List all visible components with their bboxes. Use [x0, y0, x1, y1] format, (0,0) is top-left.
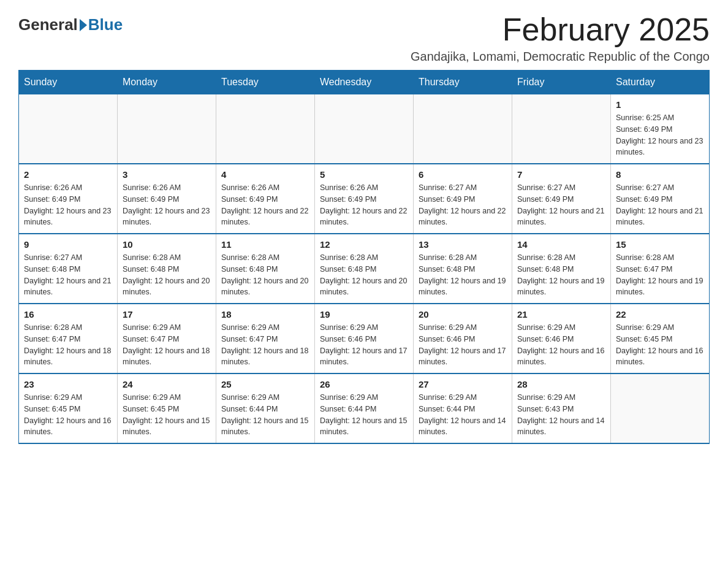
calendar-day-cell [19, 94, 118, 164]
day-info: Sunrise: 6:25 AMSunset: 6:49 PMDaylight:… [616, 112, 704, 158]
calendar-day-cell: 24Sunrise: 6:29 AMSunset: 6:45 PMDayligh… [118, 373, 216, 443]
calendar-day-cell: 8Sunrise: 6:27 AMSunset: 6:49 PMDaylight… [611, 164, 710, 234]
calendar-day-cell: 17Sunrise: 6:29 AMSunset: 6:47 PMDayligh… [118, 304, 216, 373]
day-info: Sunrise: 6:29 AMSunset: 6:45 PMDaylight:… [24, 392, 112, 438]
calendar-day-cell: 15Sunrise: 6:28 AMSunset: 6:47 PMDayligh… [611, 234, 710, 304]
day-info: Sunrise: 6:27 AMSunset: 6:49 PMDaylight:… [517, 182, 605, 228]
calendar-day-cell: 22Sunrise: 6:29 AMSunset: 6:45 PMDayligh… [611, 304, 710, 373]
day-info: Sunrise: 6:28 AMSunset: 6:48 PMDaylight:… [221, 252, 309, 298]
calendar-header-row: SundayMondayTuesdayWednesdayThursdayFrid… [19, 71, 710, 94]
day-header-thursday: Thursday [414, 71, 512, 94]
calendar-day-cell: 7Sunrise: 6:27 AMSunset: 6:49 PMDaylight… [512, 164, 611, 234]
calendar-day-cell: 23Sunrise: 6:29 AMSunset: 6:45 PMDayligh… [19, 373, 118, 443]
day-info: Sunrise: 6:29 AMSunset: 6:46 PMDaylight:… [517, 322, 605, 368]
day-number: 18 [221, 309, 309, 320]
day-number: 1 [616, 99, 704, 110]
day-info: Sunrise: 6:28 AMSunset: 6:47 PMDaylight:… [616, 252, 704, 298]
day-info: Sunrise: 6:29 AMSunset: 6:45 PMDaylight:… [616, 322, 704, 368]
day-header-monday: Monday [118, 71, 216, 94]
month-title: February 2025 [411, 12, 710, 47]
calendar-day-cell [512, 94, 611, 164]
day-info: Sunrise: 6:29 AMSunset: 6:44 PMDaylight:… [221, 392, 309, 438]
day-number: 6 [419, 169, 507, 180]
logo-blue-text: Blue [88, 15, 123, 34]
calendar-day-cell: 12Sunrise: 6:28 AMSunset: 6:48 PMDayligh… [315, 234, 414, 304]
day-number: 12 [320, 239, 408, 250]
day-info: Sunrise: 6:29 AMSunset: 6:46 PMDaylight:… [419, 322, 507, 368]
calendar-week-row: 2Sunrise: 6:26 AMSunset: 6:49 PMDaylight… [19, 164, 710, 234]
calendar-week-row: 23Sunrise: 6:29 AMSunset: 6:45 PMDayligh… [19, 373, 710, 443]
day-info: Sunrise: 6:28 AMSunset: 6:48 PMDaylight:… [123, 252, 211, 298]
day-info: Sunrise: 6:28 AMSunset: 6:48 PMDaylight:… [419, 252, 507, 298]
calendar-day-cell [611, 373, 710, 443]
calendar-day-cell: 18Sunrise: 6:29 AMSunset: 6:47 PMDayligh… [216, 304, 315, 373]
day-number: 26 [320, 379, 408, 389]
calendar-day-cell: 16Sunrise: 6:28 AMSunset: 6:47 PMDayligh… [19, 304, 118, 373]
day-info: Sunrise: 6:27 AMSunset: 6:49 PMDaylight:… [419, 182, 507, 228]
day-number: 19 [320, 309, 408, 320]
day-info: Sunrise: 6:27 AMSunset: 6:48 PMDaylight:… [24, 252, 112, 298]
day-number: 16 [24, 309, 112, 320]
title-section: February 2025 Gandajika, Lomami, Democra… [411, 12, 710, 64]
calendar-day-cell: 19Sunrise: 6:29 AMSunset: 6:46 PMDayligh… [315, 304, 414, 373]
calendar-day-cell: 21Sunrise: 6:29 AMSunset: 6:46 PMDayligh… [512, 304, 611, 373]
calendar-day-cell: 9Sunrise: 6:27 AMSunset: 6:48 PMDaylight… [19, 234, 118, 304]
day-header-friday: Friday [512, 71, 611, 94]
location-subtitle: Gandajika, Lomami, Democratic Republic o… [411, 50, 710, 64]
calendar-day-cell: 14Sunrise: 6:28 AMSunset: 6:48 PMDayligh… [512, 234, 611, 304]
day-info: Sunrise: 6:28 AMSunset: 6:47 PMDaylight:… [24, 322, 112, 368]
logo-arrow-icon [80, 19, 87, 31]
calendar-day-cell: 25Sunrise: 6:29 AMSunset: 6:44 PMDayligh… [216, 373, 315, 443]
calendar-day-cell: 4Sunrise: 6:26 AMSunset: 6:49 PMDaylight… [216, 164, 315, 234]
calendar-day-cell: 20Sunrise: 6:29 AMSunset: 6:46 PMDayligh… [414, 304, 512, 373]
day-header-saturday: Saturday [611, 71, 710, 94]
day-info: Sunrise: 6:28 AMSunset: 6:48 PMDaylight:… [517, 252, 605, 298]
day-number: 20 [419, 309, 507, 320]
calendar-day-cell: 5Sunrise: 6:26 AMSunset: 6:49 PMDaylight… [315, 164, 414, 234]
day-info: Sunrise: 6:29 AMSunset: 6:43 PMDaylight:… [517, 392, 605, 438]
day-number: 27 [419, 379, 507, 389]
calendar-day-cell [414, 94, 512, 164]
day-number: 11 [221, 239, 309, 250]
day-info: Sunrise: 6:28 AMSunset: 6:48 PMDaylight:… [320, 252, 408, 298]
day-info: Sunrise: 6:29 AMSunset: 6:45 PMDaylight:… [123, 392, 211, 438]
calendar-day-cell [118, 94, 216, 164]
day-number: 8 [616, 169, 704, 180]
calendar-table: SundayMondayTuesdayWednesdayThursdayFrid… [18, 70, 710, 444]
day-info: Sunrise: 6:27 AMSunset: 6:49 PMDaylight:… [616, 182, 704, 228]
calendar-day-cell: 11Sunrise: 6:28 AMSunset: 6:48 PMDayligh… [216, 234, 315, 304]
calendar-day-cell: 1Sunrise: 6:25 AMSunset: 6:49 PMDaylight… [611, 94, 710, 164]
day-header-sunday: Sunday [19, 71, 118, 94]
calendar-day-cell: 28Sunrise: 6:29 AMSunset: 6:43 PMDayligh… [512, 373, 611, 443]
day-number: 5 [320, 169, 408, 180]
day-info: Sunrise: 6:26 AMSunset: 6:49 PMDaylight:… [24, 182, 112, 228]
day-info: Sunrise: 6:29 AMSunset: 6:46 PMDaylight:… [320, 322, 408, 368]
calendar-day-cell: 10Sunrise: 6:28 AMSunset: 6:48 PMDayligh… [118, 234, 216, 304]
day-header-tuesday: Tuesday [216, 71, 315, 94]
logo-general-text: General [18, 15, 78, 34]
day-number: 25 [221, 379, 309, 389]
calendar-week-row: 16Sunrise: 6:28 AMSunset: 6:47 PMDayligh… [19, 304, 710, 373]
day-header-wednesday: Wednesday [315, 71, 414, 94]
day-number: 13 [419, 239, 507, 250]
calendar-week-row: 1Sunrise: 6:25 AMSunset: 6:49 PMDaylight… [19, 94, 710, 164]
calendar-day-cell: 13Sunrise: 6:28 AMSunset: 6:48 PMDayligh… [414, 234, 512, 304]
calendar-day-cell: 2Sunrise: 6:26 AMSunset: 6:49 PMDaylight… [19, 164, 118, 234]
day-number: 22 [616, 309, 704, 320]
day-number: 10 [123, 239, 211, 250]
day-info: Sunrise: 6:29 AMSunset: 6:44 PMDaylight:… [419, 392, 507, 438]
day-number: 24 [123, 379, 211, 389]
day-number: 2 [24, 169, 112, 180]
day-number: 14 [517, 239, 605, 250]
day-number: 3 [123, 169, 211, 180]
logo: General Blue [18, 12, 123, 34]
day-number: 9 [24, 239, 112, 250]
day-info: Sunrise: 6:29 AMSunset: 6:47 PMDaylight:… [221, 322, 309, 368]
calendar-day-cell: 6Sunrise: 6:27 AMSunset: 6:49 PMDaylight… [414, 164, 512, 234]
calendar-day-cell [315, 94, 414, 164]
day-number: 4 [221, 169, 309, 180]
calendar-day-cell: 26Sunrise: 6:29 AMSunset: 6:44 PMDayligh… [315, 373, 414, 443]
page-header: General Blue February 2025 Gandajika, Lo… [18, 12, 710, 64]
day-number: 21 [517, 309, 605, 320]
day-number: 23 [24, 379, 112, 389]
